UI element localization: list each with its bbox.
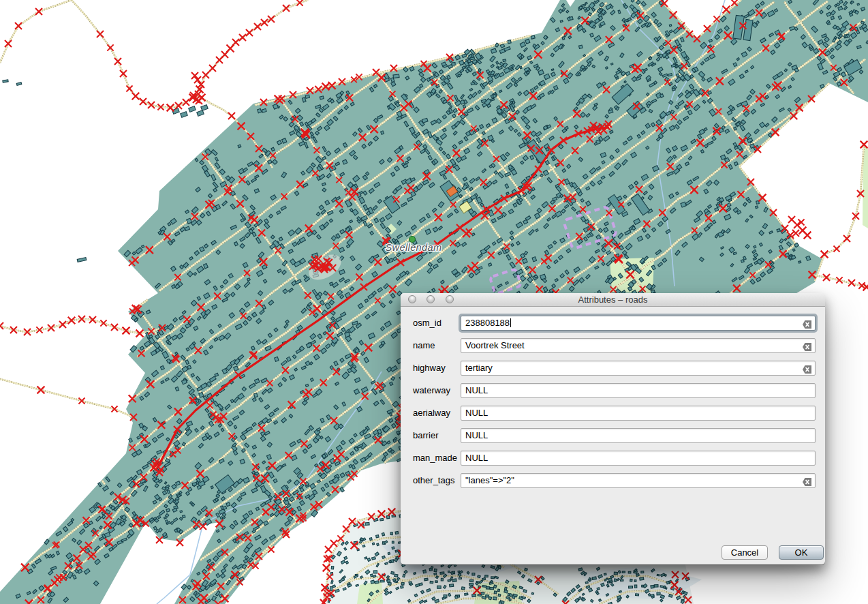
svg-text:Swellendam: Swellendam: [386, 242, 442, 253]
